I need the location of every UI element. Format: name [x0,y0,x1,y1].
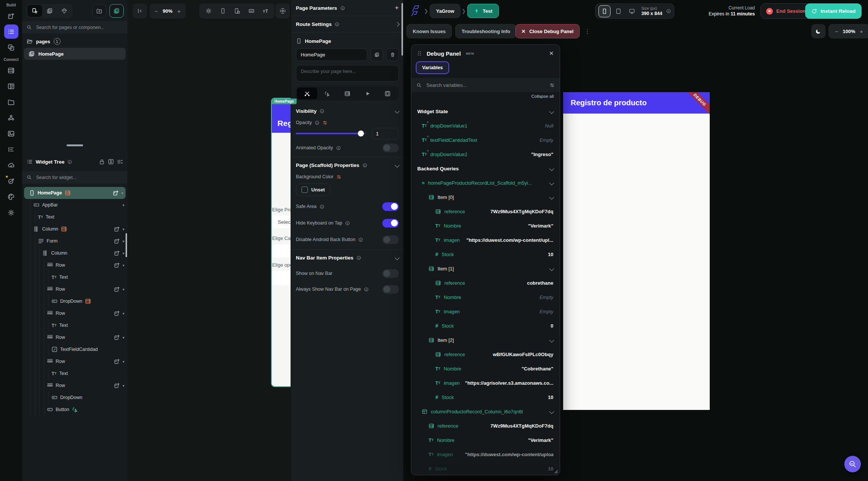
tree-item-text[interactable]: TTText [22,319,127,331]
app-values-nav-button[interactable] [4,142,18,156]
components-nav-button[interactable] [4,40,18,55]
debug-panel-header[interactable]: Debug PanelBETA ✕ [411,45,560,59]
tree-item-row[interactable]: Row▾ [22,307,127,319]
variable-row[interactable]: referencecobrethane [411,276,560,290]
collapse-levels-icon[interactable] [117,159,123,165]
tree-item-column[interactable]: Column▾ [22,223,127,235]
page-name-chip[interactable]: HomePage [272,99,297,104]
tree-item-row[interactable]: Row▾ [22,259,127,271]
add-folder-button[interactable] [92,4,106,18]
tree-item-dropdown[interactable]: DropDown [22,391,127,404]
always-navbar-toggle[interactable] [382,285,399,294]
caret-down-icon[interactable]: ▾ [123,203,124,207]
tree-item-row[interactable]: Row▾ [22,331,127,343]
variable-row[interactable]: TTNombre"Verimark" [411,218,560,233]
dark-mode-button[interactable] [811,24,826,38]
tree-item-text[interactable]: TTText [22,367,127,379]
widget-search-input[interactable] [35,174,123,181]
lock-icon[interactable] [99,159,105,165]
add-child-widget-icon[interactable] [114,226,120,232]
opacity-slider[interactable] [296,133,367,134]
more-options-icon[interactable]: ⋮ [585,28,590,35]
caret-down-icon[interactable]: ▾ [121,191,123,195]
variable-row[interactable]: referencewBfGUKawoFsIPLc0Obqy [411,347,560,361]
tree-item-row[interactable]: Row▾ [22,355,127,367]
page-selector-nav-button[interactable] [4,24,18,39]
flutterflow-logo[interactable] [409,5,421,17]
running-app-preview[interactable]: Registro de producto DEBUG [563,92,710,410]
variable-row[interactable]: TTimagenEmpty [411,304,560,319]
variable-row[interactable]: TTimagen"https://agrisolver.s3.amazonaws… [411,376,560,390]
panel-resize-handle[interactable] [67,144,83,146]
add-child-widget-icon[interactable] [114,286,120,292]
variable-row[interactable]: TTimagen"https://duwest.com/wp-content/u… [411,233,560,247]
visibility-section-header[interactable]: Visibility [291,103,404,118]
variable-row[interactable]: TTNombre"Verimark" [411,433,560,447]
variable-row[interactable]: #Stock10 [411,390,560,404]
variable-row[interactable]: reference7Wz9Mus4XTgMqKDoF7dq [411,204,560,218]
collapse-all-link[interactable]: Collapse all [411,92,560,99]
variable-row[interactable]: reference7Wz9Mus4XTgMqKDoF7dq [411,419,560,433]
tree-scrollbar[interactable] [126,233,127,257]
variable-row[interactable]: Item [1] [411,261,560,276]
end-session-button[interactable]: ✕ End Session [760,3,811,19]
close-icon[interactable]: ✕ [549,50,554,57]
canvas-settings-button[interactable] [276,3,290,18]
pages-search[interactable] [22,21,127,33]
drag-handle-icon[interactable] [417,50,423,56]
add-page-button[interactable] [109,4,124,18]
disable-back-toggle[interactable] [382,235,399,244]
tab-pages[interactable] [27,5,42,17]
project-name-pill[interactable]: YaGrow [430,4,461,18]
caret-down-icon[interactable]: ▾ [123,311,124,316]
known-issues-button[interactable]: Known Issues [406,24,452,38]
caret-down-icon[interactable]: ▾ [123,239,124,243]
preview-zoom-control[interactable]: − 100% + [829,24,868,38]
variable-row[interactable]: TT?dropDownValue2"Ingreso" [411,147,560,161]
device-rotate-icon[interactable] [234,8,240,14]
copy-button[interactable] [370,48,383,61]
slider-thumb[interactable] [358,130,364,137]
theme-nav-button[interactable] [4,190,18,204]
page-item-homepage[interactable]: HomePage [24,48,126,60]
set-from-variable-icon[interactable] [323,120,327,125]
variables-section-header[interactable]: Widget State [411,104,560,118]
tree-item-text[interactable]: TTText [22,271,127,283]
caret-down-icon[interactable]: ▾ [123,287,124,291]
hide-keyboard-toggle[interactable] [382,219,399,228]
page-description-input[interactable] [296,65,399,82]
variable-row[interactable]: Item [2] [411,333,560,347]
widget-search[interactable] [22,171,127,184]
tests-nav-button[interactable]: ★ [4,174,18,188]
tree-item-row[interactable]: Row▾ [22,283,127,295]
show-navbar-toggle[interactable] [382,269,399,278]
filter-icon[interactable] [550,83,554,88]
tab-animations[interactable] [358,88,378,99]
add-child-widget-icon[interactable] [114,358,120,364]
variable-row[interactable]: TTNombreEmpty [411,290,560,304]
keyboard-icon[interactable] [248,8,254,14]
add-child-widget-icon[interactable] [114,238,120,244]
preview-inspect-fab[interactable] [844,456,861,472]
delete-button[interactable] [386,48,399,61]
instant-reload-button[interactable]: Instant Reload [805,3,862,19]
troubleshooting-button[interactable]: Troubleshooting Info [455,24,517,38]
light-mode-icon[interactable] [206,8,212,14]
variables-search[interactable] [411,78,560,92]
variables-search-input[interactable] [426,82,545,88]
device-desktop-button[interactable] [626,6,638,17]
animated-opacity-toggle[interactable] [382,144,399,152]
tree-item-form[interactable]: Form▾ [22,235,127,247]
variable-row[interactable]: #Stock0 [411,319,560,333]
background-color-unset-button[interactable]: Unset [296,184,330,196]
tab-components[interactable] [42,5,57,17]
caret-down-icon[interactable]: ▾ [123,335,124,340]
expand-tree-icon[interactable] [108,159,114,165]
variable-row[interactable]: TT?dropDownValue1Null [411,118,560,133]
add-child-widget-icon[interactable] [114,310,120,316]
add-child-widget-icon[interactable] [114,250,120,256]
zoom-in-icon[interactable]: + [860,28,863,35]
tab-actions[interactable] [317,88,338,99]
resize-handle-icon[interactable] [553,469,558,473]
variables-tab[interactable]: Variables [416,61,449,74]
